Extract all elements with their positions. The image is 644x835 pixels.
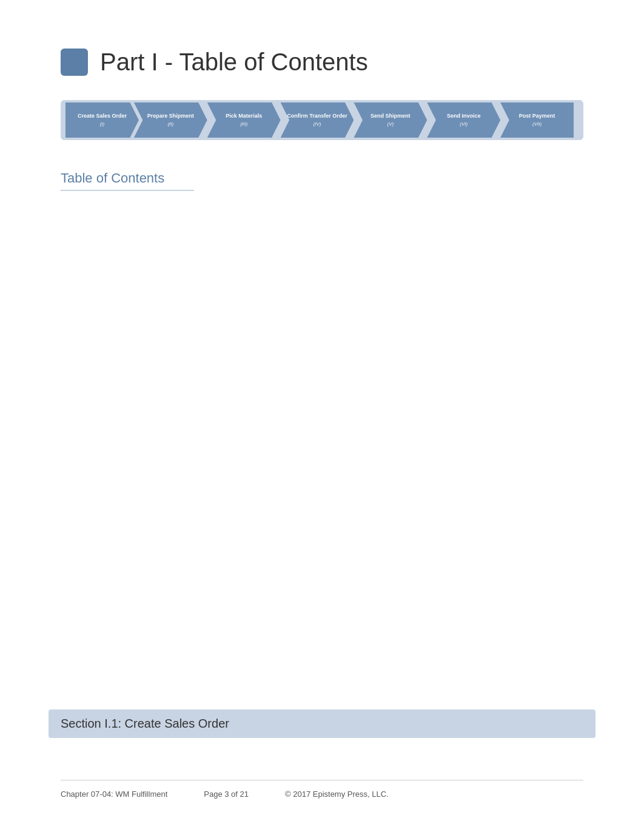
- footer-page: Page 3 of 21: [204, 790, 249, 799]
- step-box-3: Pick Materials (III): [207, 102, 281, 138]
- page-header: Part I - Table of Contents: [61, 49, 583, 76]
- step-box-7: Post Payment (VII): [500, 102, 574, 138]
- step-sub-3: (III): [240, 121, 247, 127]
- toc-section: Table of Contents: [61, 170, 583, 191]
- step-sub-6: (VI): [460, 121, 468, 127]
- step-box-2: Prepare Shipment (II): [134, 102, 207, 138]
- step-name-1: Create Sales Order: [78, 113, 127, 120]
- header-icon: [61, 49, 88, 76]
- step-name-2: Prepare Shipment: [147, 113, 194, 120]
- step-name-5: Send Shipment: [371, 113, 411, 120]
- process-step-7: Post Payment (VII): [505, 102, 579, 138]
- step-sub-5: (V): [387, 121, 394, 127]
- page-container: Part I - Table of Contents Create Sales …: [0, 0, 644, 835]
- process-step-3: Pick Materials (III): [212, 102, 286, 138]
- step-name-3: Pick Materials: [226, 113, 262, 120]
- process-step-2: Prepare Shipment (II): [139, 102, 212, 138]
- page-footer: Chapter 07-04: WM Fulfillment Page 3 of …: [61, 780, 583, 799]
- process-step-4: Confirm Transfer Order (IV): [286, 102, 359, 138]
- step-box-1: Create Sales Order (I): [65, 102, 139, 138]
- process-step-1: Create Sales Order (I): [65, 102, 139, 138]
- step-name-6: Send Invoice: [447, 113, 481, 120]
- step-sub-2: (II): [167, 121, 173, 127]
- page-title: Part I - Table of Contents: [100, 49, 368, 76]
- step-name-4: Confirm Transfer Order: [287, 113, 347, 120]
- process-step-5: Send Shipment (V): [358, 102, 432, 138]
- step-sub-7: (VII): [532, 121, 542, 127]
- step-sub-1: (I): [100, 121, 105, 127]
- step-box-5: Send Shipment (V): [354, 102, 427, 138]
- step-box-6: Send Invoice (VI): [427, 102, 500, 138]
- footer-copyright: © 2017 Epistemy Press, LLC.: [285, 790, 389, 799]
- toc-title: Table of Contents: [61, 170, 194, 191]
- step-name-7: Post Payment: [519, 113, 555, 120]
- footer-chapter: Chapter 07-04: WM Fulfillment: [61, 790, 167, 799]
- section-header: Section I.1: Create Sales Order: [49, 709, 595, 738]
- step-box-4: Confirm Transfer Order (IV): [281, 102, 354, 138]
- step-sub-4: (IV): [314, 121, 321, 127]
- process-flow: Create Sales Order (I) Prepare Shipment …: [61, 100, 583, 140]
- section-header-text: Section I.1: Create Sales Order: [61, 717, 229, 730]
- process-step-6: Send Invoice (VI): [432, 102, 505, 138]
